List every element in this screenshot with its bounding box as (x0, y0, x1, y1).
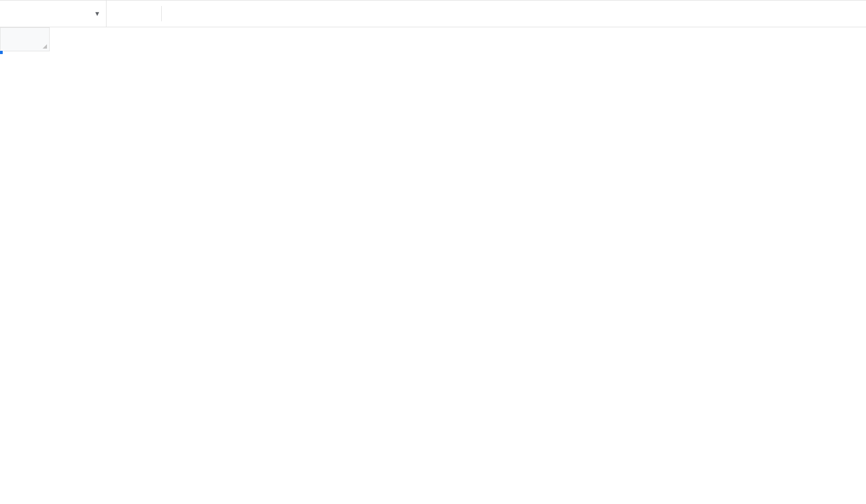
selection-overlay (0, 51, 2, 54)
column-header-row (1, 28, 867, 51)
formula-bar: ▼ (0, 0, 866, 27)
name-box-dropdown-icon[interactable]: ▼ (94, 10, 101, 17)
select-all-corner[interactable] (1, 28, 50, 51)
formula-input[interactable] (162, 1, 866, 27)
name-box[interactable]: ▼ (0, 1, 107, 27)
spreadsheet-grid[interactable] (0, 27, 866, 504)
fx-label (107, 1, 161, 27)
sheet-table (0, 27, 866, 51)
